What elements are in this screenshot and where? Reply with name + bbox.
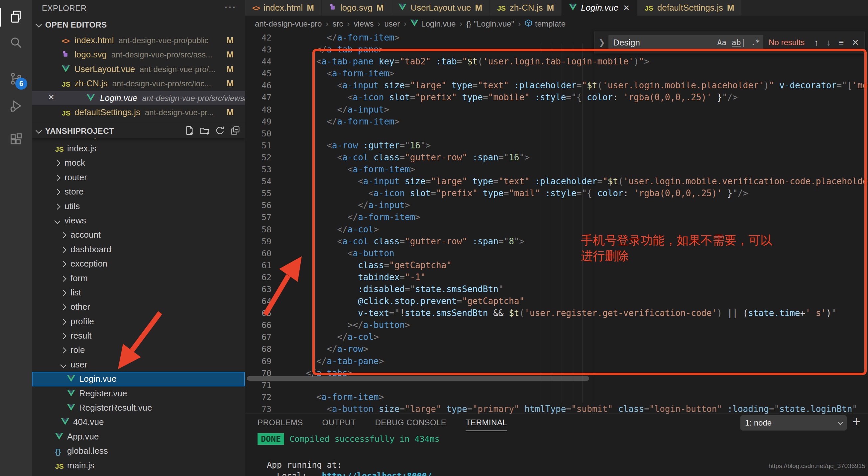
code-line-56[interactable]: 56 </a-input>: [245, 199, 868, 211]
tree-item-login-vue[interactable]: Login.vue: [32, 372, 245, 386]
localhost-link[interactable]: http://localhost:8000/: [322, 471, 432, 476]
code-line-59[interactable]: 59 <a-col class="gutter-row" :span="8">: [245, 235, 868, 247]
match-case-icon[interactable]: Aa: [717, 38, 726, 47]
tab-login-vue[interactable]: Login.vue✕: [562, 0, 638, 15]
tree-item-account[interactable]: account: [32, 228, 245, 242]
search-icon[interactable]: [9, 35, 23, 50]
open-editor-item[interactable]: UserLayout.vueant-design-vue-pro/...M: [32, 62, 245, 76]
code-line-50[interactable]: 50: [245, 128, 868, 139]
horizontal-scrollbar[interactable]: [247, 376, 589, 381]
open-editor-path: ant-design-vue-pr...: [145, 108, 214, 117]
code-line-72[interactable]: 72 <a-form-item>: [245, 391, 868, 403]
open-editor-item[interactable]: JSzh-CN.jsant-design-vue-pro/src/loc...M: [32, 76, 245, 91]
debug-icon[interactable]: [9, 99, 23, 113]
code-line-53[interactable]: 53 <a-form-item>: [245, 163, 868, 175]
code-line-64[interactable]: 64 @click.stop.prevent="getCaptcha": [245, 295, 868, 307]
code-line-62[interactable]: 62 tabindex="-1": [245, 271, 868, 283]
code-line-60[interactable]: 60 <a-button: [245, 247, 868, 259]
tree-item-mock[interactable]: mock: [32, 156, 245, 170]
code-line-48[interactable]: 48 </a-input>: [245, 104, 868, 115]
tree-item-global-less[interactable]: {}global.less: [32, 444, 245, 458]
extensions-icon[interactable]: [9, 132, 23, 147]
tree-item-user[interactable]: user: [32, 358, 245, 372]
open-editor-item[interactable]: ✕Login.vueant-design-vue-pro/src/views/u…: [32, 91, 245, 105]
tree-item-result[interactable]: result: [32, 329, 245, 343]
tree-item-exception[interactable]: exception: [32, 257, 245, 271]
files-icon[interactable]: [9, 9, 23, 24]
collapse-all-icon[interactable]: [230, 126, 240, 135]
code-line-45[interactable]: 45 <a-form-item>: [245, 67, 868, 79]
tab-logo-svg[interactable]: logo.svgM: [322, 0, 392, 15]
close-icon[interactable]: ✕: [852, 37, 859, 48]
tab-userlayout-vue[interactable]: UserLayout.vueM: [391, 0, 490, 15]
tree-item-list[interactable]: list: [32, 285, 245, 300]
code-line-68[interactable]: 68 </a-row>: [245, 343, 868, 355]
expand-replace-icon[interactable]: ❯: [598, 38, 605, 47]
code-line-67[interactable]: 67 </a-col>: [245, 331, 868, 343]
find-next-icon[interactable]: ↓: [827, 37, 831, 48]
code-line-71[interactable]: 71: [245, 379, 868, 391]
code-line-47[interactable]: 47 <a-icon slot="prefix" type="mobile" :…: [245, 91, 868, 103]
open-editors-header[interactable]: OPEN EDITORS: [32, 17, 245, 32]
breadcrumb-item[interactable]: user: [384, 19, 400, 29]
code-line-46[interactable]: 46 <a-input size="large" type="text" :pl…: [245, 79, 868, 91]
whole-word-icon[interactable]: ab|: [732, 38, 746, 47]
more-actions-icon[interactable]: ···: [224, 1, 236, 12]
code-line-51[interactable]: 51 <a-row :gutter="16">: [245, 139, 868, 151]
code-editor[interactable]: 42 </a-form-item>43 </a-tab-pane>44 <a-t…: [245, 32, 868, 415]
code-line-66[interactable]: 66 ></a-button>: [245, 319, 868, 331]
breadcrumb-item[interactable]: ant-design-vue-pro: [255, 19, 322, 29]
refresh-icon[interactable]: [215, 126, 225, 135]
find-input[interactable]: Design Aa ab| .*: [609, 35, 763, 50]
tree-item-index-js[interactable]: JSindex.js: [32, 141, 245, 156]
breadcrumb-item[interactable]: src: [332, 19, 343, 29]
tree-item-role[interactable]: role: [32, 343, 245, 357]
tree-item-label: account: [70, 230, 101, 240]
breadcrumb-item[interactable]: template: [525, 19, 566, 29]
close-icon[interactable]: ✕: [48, 93, 55, 102]
tree-item-utils[interactable]: utils: [32, 199, 245, 213]
tab-zh-cn-js[interactable]: JSzh-CN.jsM: [490, 0, 562, 15]
tree-item-store[interactable]: store: [32, 184, 245, 199]
code-line-63[interactable]: 63 :disabled="state.smsSendBtn": [245, 283, 868, 295]
breadcrumb-item[interactable]: {}"Login.vue": [466, 19, 514, 29]
code-line-54[interactable]: 54 <a-input size="large" type="text" :pl…: [245, 175, 868, 187]
code-line-61[interactable]: 61 class="getCaptcha": [245, 259, 868, 271]
breadcrumb-item[interactable]: views: [353, 19, 374, 29]
open-editor-item[interactable]: JSdefaultSettings.jsant-design-vue-pr...…: [32, 105, 245, 120]
code-line-55[interactable]: 55 <a-icon slot="prefix" type="mail" :st…: [245, 187, 868, 199]
tree-item-register-vue[interactable]: Register.vue: [32, 386, 245, 401]
tree-item-app-vue[interactable]: App.vue: [32, 430, 245, 444]
code-line-57[interactable]: 57 </a-form-item>: [245, 211, 868, 223]
new-file-icon[interactable]: [184, 126, 194, 135]
open-editor-item[interactable]: <>index.htmlant-design-vue-pro/publicM: [32, 33, 245, 47]
find-previous-icon[interactable]: ↑: [814, 37, 818, 48]
code-line-52[interactable]: 52 <a-col class="gutter-row" :span="16">: [245, 151, 868, 163]
tree-item-other[interactable]: other: [32, 300, 245, 314]
breadcrumb[interactable]: ant-design-vue-pro›src›views›user›Login.…: [255, 17, 566, 31]
code-line-73[interactable]: 73 <a-button size="large" type="primary"…: [245, 403, 868, 415]
regex-icon[interactable]: .*: [751, 38, 760, 47]
open-editor-item[interactable]: logo.svgant-design-vue-pro/src/ass...M: [32, 47, 245, 62]
tree-item-form[interactable]: form: [32, 271, 245, 285]
code-line-69[interactable]: 69 </a-tab-pane>: [245, 355, 868, 367]
tree-item-404-vue[interactable]: 404.vue: [32, 415, 245, 429]
breadcrumb-item[interactable]: Login.vue: [410, 19, 456, 29]
tab-defaultsettings-js[interactable]: JSdefaultSettings.jsM: [638, 0, 742, 15]
tree-item-dashboard[interactable]: dashboard: [32, 242, 245, 257]
find-in-selection-icon[interactable]: ≡: [839, 37, 844, 48]
code-line-49[interactable]: 49 </a-form-item>: [245, 115, 868, 128]
new-folder-icon[interactable]: [200, 126, 210, 135]
tree-item-views[interactable]: views: [32, 213, 245, 228]
tree-item-main-js[interactable]: JSmain.js: [32, 458, 245, 473]
tree-item-router[interactable]: router: [32, 170, 245, 184]
tree-item-registerresult-vue[interactable]: RegisterResult.vue: [32, 401, 245, 415]
code-line-65[interactable]: 65 v-text="!state.smsSendBtn && $t('user…: [245, 307, 868, 319]
code-line-58[interactable]: 58 </a-col>: [245, 224, 868, 235]
tab-index-html[interactable]: <>index.htmlM: [245, 0, 322, 15]
breadcrumb-label: user: [384, 19, 400, 29]
code-line-44[interactable]: 44 <a-tab-pane key="tab2" :tab="$t('user…: [245, 56, 868, 67]
close-icon[interactable]: ✕: [623, 3, 630, 12]
tree-item-profile[interactable]: profile: [32, 314, 245, 329]
project-section-header[interactable]: YANSHIPROJECT: [32, 124, 245, 138]
